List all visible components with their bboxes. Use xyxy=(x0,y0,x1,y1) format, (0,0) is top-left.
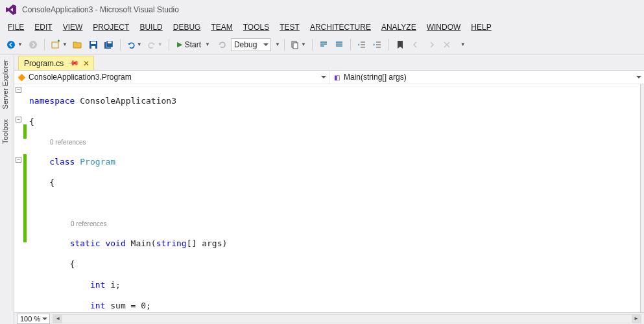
bookmark-button[interactable] xyxy=(393,38,407,52)
menu-analyze[interactable]: ANALYZE xyxy=(376,21,422,34)
scroll-right-icon[interactable]: ► xyxy=(632,315,641,323)
svg-rect-8 xyxy=(108,41,112,43)
svg-rect-10 xyxy=(293,43,298,49)
start-debug-button[interactable]: ▶ Start ▼ xyxy=(173,38,214,52)
menu-test[interactable]: TEST xyxy=(274,21,305,34)
collapse-icon[interactable]: − xyxy=(16,157,21,163)
toolbox-tab[interactable]: Toolbox xyxy=(0,114,14,149)
comment-button[interactable] xyxy=(316,38,331,52)
document-tab-label: Program.cs xyxy=(24,59,64,68)
collapse-icon[interactable]: − xyxy=(16,117,21,122)
menu-help[interactable]: HELP xyxy=(466,21,496,34)
zoom-value: 100 % xyxy=(20,315,40,323)
menu-view[interactable]: VIEW xyxy=(58,21,88,34)
save-button[interactable] xyxy=(86,38,101,52)
nav-back-button[interactable]: ▼ xyxy=(4,38,25,52)
vs-logo-icon xyxy=(5,4,17,16)
config-value: Debug xyxy=(234,40,257,49)
collapse-icon[interactable]: − xyxy=(16,87,21,93)
editor-status-strip: 100 % ◄ ► xyxy=(14,312,644,324)
menu-build[interactable]: BUILD xyxy=(134,21,167,34)
zoom-select[interactable]: 100 % xyxy=(17,314,50,324)
side-tool-tabs: Server Explorer Toolbox xyxy=(0,54,14,324)
menu-team[interactable]: TEAM xyxy=(206,21,237,34)
type-nav-label: ConsoleApplication3.Program xyxy=(29,73,132,82)
clear-bookmarks-button[interactable] xyxy=(440,38,454,52)
start-label: Start xyxy=(185,40,201,49)
menu-project[interactable]: PROJECT xyxy=(88,21,134,34)
menu-debug[interactable]: DEBUG xyxy=(168,21,206,34)
decrease-indent-button[interactable] xyxy=(355,38,369,52)
outline-gutter[interactable]: − − − xyxy=(14,84,23,312)
close-icon[interactable]: ✕ xyxy=(83,59,89,68)
nav-forward-button[interactable] xyxy=(26,38,40,52)
toolbar: ▼ ▼ ▼ ▼ ▶ Start ▼ Debug ▼ ▼ xyxy=(0,35,644,54)
svg-point-0 xyxy=(7,41,15,49)
navigation-bar: 🔶 ConsoleApplication3.Program ◧ Main(str… xyxy=(14,70,644,84)
svg-rect-2 xyxy=(52,42,58,48)
save-all-button[interactable] xyxy=(102,38,116,52)
redo-button[interactable]: ▼ xyxy=(145,38,165,52)
codelens-references[interactable]: 0 references xyxy=(29,137,640,146)
class-icon: 🔶 xyxy=(17,73,26,82)
uncomment-button[interactable] xyxy=(332,38,346,52)
code-text[interactable]: namespace ConsoleApplication3 { 0 refere… xyxy=(27,84,640,312)
undo-button[interactable]: ▼ xyxy=(125,38,144,52)
horizontal-scrollbar[interactable]: ◄ ► xyxy=(53,314,641,323)
vertical-scrollbar[interactable] xyxy=(640,84,644,312)
svg-rect-5 xyxy=(91,46,95,49)
svg-point-1 xyxy=(29,41,37,49)
scroll-left-icon[interactable]: ◄ xyxy=(53,315,62,323)
code-editor[interactable]: − − − namespace ConsoleApplication3 { 0 … xyxy=(14,84,644,312)
next-bookmark-button[interactable] xyxy=(424,38,438,52)
document-tab-program[interactable]: Program.cs 📌 ✕ xyxy=(18,56,94,70)
server-explorer-tab[interactable]: Server Explorer xyxy=(0,54,14,114)
method-icon: ◧ xyxy=(332,73,341,82)
play-icon: ▶ xyxy=(177,40,182,49)
solution-config-select[interactable]: Debug xyxy=(231,38,271,51)
find-in-files-button[interactable]: ▼ xyxy=(289,38,308,52)
menu-tools[interactable]: TOOLS xyxy=(238,21,274,34)
document-tabs: Program.cs 📌 ✕ xyxy=(14,54,644,70)
menu-edit[interactable]: EDIT xyxy=(29,21,57,34)
menu-file[interactable]: FILE xyxy=(3,21,29,34)
title-bar: ConsoleApplication3 - Microsoft Visual S… xyxy=(0,0,644,19)
pin-icon[interactable]: 📌 xyxy=(67,57,80,69)
menu-bar: FILE EDIT VIEW PROJECT BUILD DEBUG TEAM … xyxy=(0,19,644,35)
menu-architecture[interactable]: ARCHITECTURE xyxy=(305,21,376,34)
member-nav-dropdown[interactable]: ◧ Main(string[] args) xyxy=(329,71,644,84)
window-title: ConsoleApplication3 - Microsoft Visual S… xyxy=(22,5,179,14)
increase-indent-button[interactable] xyxy=(370,38,385,52)
browser-link-refresh-button[interactable] xyxy=(215,38,230,52)
svg-rect-4 xyxy=(91,41,96,44)
member-nav-label: Main(string[] args) xyxy=(344,73,407,82)
open-file-button[interactable] xyxy=(71,38,85,52)
codelens-references[interactable]: 0 references xyxy=(29,219,640,228)
type-nav-dropdown[interactable]: 🔶 ConsoleApplication3.Program xyxy=(14,71,329,84)
menu-window[interactable]: WINDOW xyxy=(422,21,466,34)
prev-bookmark-button[interactable] xyxy=(409,38,423,52)
new-project-button[interactable]: ▼ xyxy=(49,38,69,52)
